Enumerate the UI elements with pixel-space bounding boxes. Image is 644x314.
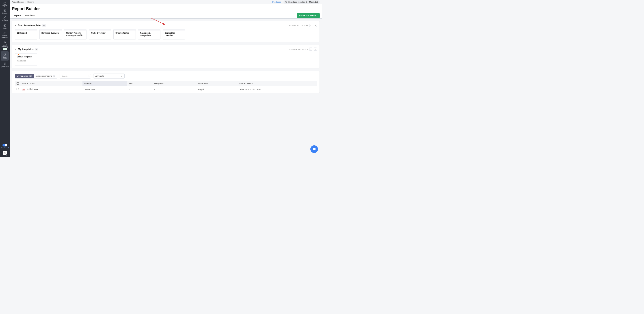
my-template-title: Default template: [17, 56, 35, 58]
col-language[interactable]: LANGUAGE: [196, 81, 238, 86]
report-period: Jul-01 2024 - Jul-31 2024: [238, 86, 317, 93]
tab-reports[interactable]: Reports: [12, 13, 23, 19]
next-button[interactable]: ›: [314, 24, 317, 27]
report-updated: Jan-31 2024: [82, 86, 127, 93]
check-circle-icon: [3, 24, 6, 27]
nav-agency-pack[interactable]: Agency Pack: [0, 61, 10, 68]
scheduled-count: 1 /: [306, 1, 308, 3]
template-card[interactable]: SEO report: [15, 29, 37, 40]
chevron-right-icon: ›: [25, 1, 26, 3]
tabs-row: Reports Templates + CREATE REPORT: [10, 13, 322, 19]
col-updated[interactable]: UPDATED⌄: [82, 81, 127, 86]
nav-label: Projects: [2, 5, 8, 7]
sidebar: Projects Research Backlinks Audit Conten…: [0, 0, 10, 157]
topbar: Report Builder › Reports Feedback Schedu…: [10, 0, 322, 4]
new-menu-toggle[interactable]: [2, 144, 8, 146]
report-sent: -: [127, 86, 152, 93]
template-card[interactable]: Organic Traffic: [114, 29, 136, 40]
main: Report Builder › Reports Feedback Schedu…: [10, 0, 322, 157]
count-badge: 12: [42, 24, 46, 27]
start-from-template-panel: ▼ Start from template 12 Templates: 1 - …: [12, 21, 320, 42]
breadcrumb-current: Reports: [27, 1, 34, 3]
link-icon: [3, 16, 6, 20]
reports-panel: MY REPORTS 9 SHARED REPORTS 0: [12, 71, 320, 93]
nav-label: Report Builder: [1, 56, 9, 60]
nav-projects[interactable]: Projects: [0, 0, 10, 8]
pdf-icon: PDF: [22, 89, 25, 91]
svg-point-1: [4, 10, 5, 11]
breadcrumb-root[interactable]: Report Builder: [12, 1, 24, 3]
search-icon: [88, 75, 90, 77]
pin-icon: [3, 41, 6, 44]
template-range: Templates: 1 - 1 out of 1: [288, 48, 308, 50]
nav-report-builder[interactable]: Report Builder: [1, 51, 9, 61]
my-template-date: Jun-06 2023: [17, 60, 35, 62]
plus-icon: +: [299, 15, 300, 16]
panel-title: Start from template: [18, 24, 40, 27]
col-frequency[interactable]: FREQUENCY: [152, 81, 196, 86]
next-button[interactable]: ›: [314, 48, 317, 51]
search-input[interactable]: [60, 74, 91, 79]
avatar[interactable]: YK ⚙: [3, 151, 7, 155]
my-template-card[interactable]: ★ Default template Jun-06 2023: [15, 53, 37, 66]
chevron-down-icon: ⌄: [121, 75, 122, 77]
svg-rect-0: [4, 10, 6, 12]
svg-rect-5: [4, 63, 6, 65]
caret-down-icon[interactable]: ▼: [15, 48, 16, 50]
breadcrumb: Report Builder › Reports: [12, 1, 34, 3]
template-range: Templates: 1 - 7 out of 12: [288, 25, 308, 27]
nav-label: Research: [2, 12, 8, 14]
template-card[interactable]: Rankings & Competitors: [138, 29, 160, 40]
create-label: CREATE REPORT: [302, 15, 318, 17]
template-card[interactable]: Rankings Overview: [40, 29, 62, 40]
my-templates-panel: ▼ My templates 1 Templates: 1 - 1 out of…: [12, 45, 320, 68]
home-icon: [3, 1, 6, 5]
svg-point-2: [4, 24, 6, 27]
shared-reports-count: 0: [53, 75, 55, 77]
my-reports-label: MY REPORTS: [17, 75, 28, 77]
avatar-initials: YK: [4, 152, 6, 154]
row-checkbox[interactable]: [16, 88, 19, 90]
nav-content-marketing[interactable]: Content Marketing: [0, 30, 10, 39]
col-period[interactable]: REPORT PERIOD: [238, 81, 317, 86]
count-badge: 1: [35, 48, 38, 51]
report-language: English: [196, 86, 238, 93]
pie-chart-icon: [3, 53, 6, 56]
scheduled-label: Scheduled reporting: [288, 1, 306, 3]
all-reports-dropdown[interactable]: All reports ⌄: [93, 74, 124, 79]
nav-label: Audit: [3, 27, 6, 29]
template-card[interactable]: Traffic Overview: [89, 29, 111, 40]
scheduled-reporting-pill[interactable]: Scheduled reporting 1 / Unlimited: [284, 0, 320, 4]
my-reports-tab[interactable]: MY REPORTS 9: [15, 74, 34, 78]
caret-down-icon[interactable]: ▼: [15, 25, 16, 27]
pencil-icon: [3, 32, 6, 35]
table-row[interactable]: PDF Untitled report Jan-31 2024 - - Engl…: [15, 86, 317, 93]
panel-title: My templates: [18, 48, 34, 51]
select-all-checkbox[interactable]: [16, 82, 19, 85]
nav-audit[interactable]: Audit: [0, 23, 10, 30]
nav-research[interactable]: Research: [0, 8, 10, 15]
svg-point-3: [4, 42, 5, 42]
col-title[interactable]: REPORT TITLE: [20, 81, 82, 86]
shared-reports-tab[interactable]: SHARED REPORTS 0: [34, 74, 57, 78]
star-icon: ★: [17, 53, 20, 56]
template-card[interactable]: Monthly Report: Rankings & Traffic: [64, 29, 86, 40]
report-title[interactable]: Untitled report: [26, 88, 38, 90]
nav-backlinks[interactable]: Backlinks: [0, 15, 10, 23]
create-report-button[interactable]: + CREATE REPORT: [297, 13, 320, 18]
shared-reports-label: SHARED REPORTS: [36, 75, 52, 77]
template-card[interactable]: Competitor Overview: [163, 29, 185, 40]
tab-templates[interactable]: Templates: [23, 13, 36, 19]
nav-local-marketing[interactable]: Local Marketing Trial: [0, 39, 10, 51]
trial-badge: Trial: [3, 48, 7, 50]
prev-button[interactable]: ‹: [309, 24, 312, 27]
nav-label: Agency Pack: [1, 66, 9, 68]
gear-icon: ⚙: [6, 154, 8, 156]
feedback-link[interactable]: Feedback: [272, 1, 280, 3]
chat-fab[interactable]: [310, 145, 318, 153]
prev-button[interactable]: ‹: [309, 48, 312, 51]
chat-icon: [312, 147, 316, 151]
gauge-icon: [285, 1, 288, 3]
col-sent[interactable]: SENT: [127, 81, 152, 86]
toggle-label: New Menu UI: [1, 147, 9, 148]
